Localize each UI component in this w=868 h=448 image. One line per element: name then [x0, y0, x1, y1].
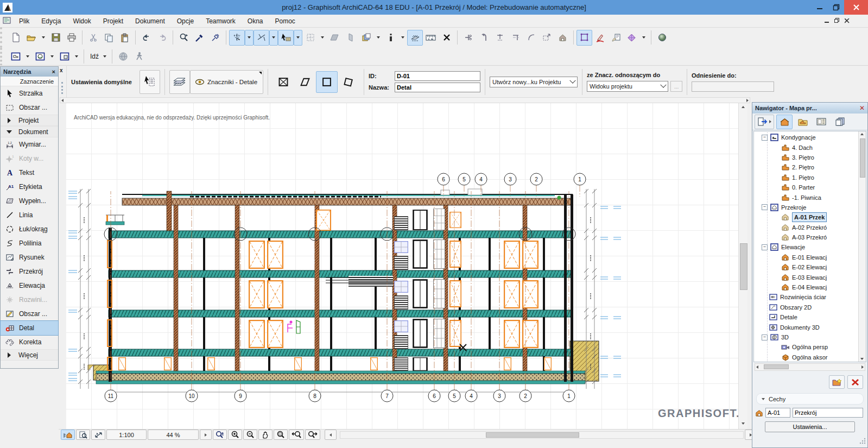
delete-viewpoint-button[interactable]	[847, 375, 863, 389]
fillet-button[interactable]	[523, 30, 539, 46]
morph-button[interactable]	[624, 30, 639, 46]
tree-item-ogólna-aksor[interactable]: Ogólna aksor	[754, 352, 859, 362]
layers-dropdown[interactable]	[374, 30, 383, 46]
orbit-dropdown[interactable]	[48, 49, 56, 65]
find-select-button[interactable]	[176, 30, 192, 46]
gravity-dropdown[interactable]	[245, 30, 254, 46]
pan-hand-button[interactable]	[258, 430, 273, 440]
reference-field[interactable]	[692, 81, 774, 92]
go-dropdown[interactable]	[100, 49, 109, 65]
layer-button[interactable]	[169, 70, 190, 94]
tree-item-przekroje[interactable]: −Przekroje	[754, 203, 859, 212]
layers-button[interactable]	[358, 30, 374, 46]
save-button[interactable]	[48, 30, 64, 46]
mdi-minimize-button[interactable]	[825, 17, 829, 25]
orbit-button[interactable]	[32, 49, 48, 65]
tree-item-elewacje[interactable]: −Elewacje	[754, 242, 859, 252]
tree-item-dokumenty-3d[interactable]: Dokumenty 3D	[754, 322, 859, 332]
tool-strzałka[interactable]: Strzałka	[1, 86, 58, 100]
fit-in-window-button[interactable]	[274, 430, 288, 440]
pan-navigate-button[interactable]	[91, 430, 105, 440]
zoom-set-button[interactable]	[213, 430, 227, 440]
tools-palette-header[interactable]: Narzędzia ×	[1, 67, 58, 77]
create-new-dropdown[interactable]: Utwórz nowy...ku Projektu	[490, 77, 578, 87]
tree-item-4-dach[interactable]: 4. Dach	[754, 142, 859, 152]
new-file-button[interactable]	[8, 30, 23, 46]
zoom-menu-button[interactable]	[200, 430, 212, 440]
pick-up-parameters-button[interactable]	[192, 30, 207, 46]
window-layout-dropdown[interactable]	[72, 49, 81, 65]
tool-koty-w[interactable]: 1.2Koty w...	[1, 152, 58, 166]
navigator-header[interactable]: Nawigator - Mapa pr... ✕	[752, 103, 867, 113]
next-zoom-button[interactable]	[305, 430, 320, 440]
new-viewpoint-button[interactable]	[829, 375, 845, 389]
ruler-button[interactable]	[423, 30, 439, 46]
zoom-level-button[interactable]: 44 %	[148, 430, 199, 440]
tool-wymiar[interactable]: 1.2Wymiar...	[1, 137, 58, 152]
tool-rozwini[interactable]: Rozwini...	[1, 293, 58, 307]
tool-wypełn[interactable]: Wypełn...	[1, 194, 58, 208]
viewpoint-id-input[interactable]	[765, 408, 790, 418]
geometry-rotated-rectangle-button[interactable]	[338, 71, 359, 93]
guide-lines-toggle[interactable]	[254, 30, 269, 46]
elevate-button[interactable]	[555, 30, 571, 46]
tree-item-e-03-elewacj[interactable]: E-03 Elewacj	[754, 272, 859, 282]
window-layout-button[interactable]	[56, 49, 72, 65]
tree-item-rozwinięcia-ściar[interactable]: Rozwinięcia ściar	[754, 292, 859, 302]
menu-widok[interactable]: Widok	[67, 17, 97, 25]
adjust-button[interactable]	[476, 30, 492, 46]
tool-obszar[interactable]: Obszar ...	[1, 307, 58, 321]
tool-obszar[interactable]: Obszar ...	[1, 100, 58, 115]
tool-dokument[interactable]: Dokument	[1, 126, 58, 137]
menu-projekt[interactable]: Projekt	[97, 17, 129, 25]
tree-item-a-03-przekró[interactable]: A-03 Przekró	[754, 232, 859, 242]
canvas-vertical-scrollbar[interactable]	[738, 103, 747, 429]
gravity-toggle[interactable]	[229, 30, 245, 46]
tree-scroll-down-icon[interactable]	[860, 358, 864, 360]
minimize-button[interactable]	[812, 0, 828, 15]
mdi-close-button[interactable]	[845, 17, 850, 25]
tree-item-obszary-2d[interactable]: Obszary 2D	[754, 302, 859, 312]
tree-scroll-up-icon[interactable]	[860, 133, 864, 135]
scroll-up-icon[interactable]	[742, 106, 745, 108]
tool-więcej[interactable]: Więcej	[1, 349, 58, 361]
menu-teamwork[interactable]: Teamwork	[200, 17, 242, 25]
tree-item-3-piętro[interactable]: 3. Piętro	[754, 153, 859, 162]
horizontal-scroll-thumb[interactable]	[486, 432, 579, 438]
geometry-polygon-button[interactable]	[294, 71, 316, 93]
snap-grid-button[interactable]	[302, 30, 318, 46]
redo-button[interactable]	[154, 30, 170, 46]
skew-button[interactable]	[327, 30, 343, 46]
expander-minus-icon[interactable]: −	[762, 135, 768, 141]
tree-item-e-02-elewacj[interactable]: E-02 Elewacj	[754, 262, 859, 272]
render-button[interactable]	[654, 30, 670, 46]
publisher-sets-button[interactable]	[832, 115, 848, 129]
menu-dokument[interactable]: Dokument	[129, 17, 171, 25]
settings-button[interactable]: Ustawienia...	[765, 421, 855, 432]
expander-minus-icon[interactable]: −	[762, 204, 768, 210]
tool-łuk-okrąg[interactable]: Łuk/okrąg	[1, 222, 58, 236]
scroll-right-icon[interactable]	[746, 99, 749, 102]
scroll-left-icon[interactable]	[61, 99, 64, 102]
detail-settings-button[interactable]	[140, 70, 160, 94]
paste-button[interactable]	[117, 30, 132, 46]
scale-button[interactable]: 1:100	[106, 430, 147, 440]
tool-tekst[interactable]: ATekst	[1, 166, 58, 180]
copy-button[interactable]	[101, 30, 117, 46]
tree-horizontal-scrollbar[interactable]	[755, 363, 865, 371]
trim-button[interactable]	[492, 30, 508, 46]
tree-hscroll-thumb[interactable]	[764, 364, 789, 369]
morph-dropdown[interactable]	[639, 30, 648, 46]
markup-pen-button[interactable]	[592, 30, 608, 46]
close-tool-button[interactable]	[439, 30, 454, 46]
tool-projekt[interactable]: Projekt	[1, 115, 58, 126]
tree-scroll-thumb[interactable]	[860, 138, 865, 178]
publisher-export-button[interactable]	[755, 115, 774, 129]
open-file-button[interactable]	[23, 30, 39, 46]
zoom-in-button[interactable]	[228, 430, 242, 440]
inject-parameters-button[interactable]	[207, 30, 223, 46]
canvas-horizontal-scrollbar[interactable]	[340, 431, 744, 439]
tree-item-2-piętro[interactable]: 2. Piętro	[754, 162, 859, 172]
drawing-canvas[interactable]: ArchiCAD wersja edukacyjna, nie do odspr…	[66, 103, 738, 429]
intersect-button[interactable]	[508, 30, 523, 46]
